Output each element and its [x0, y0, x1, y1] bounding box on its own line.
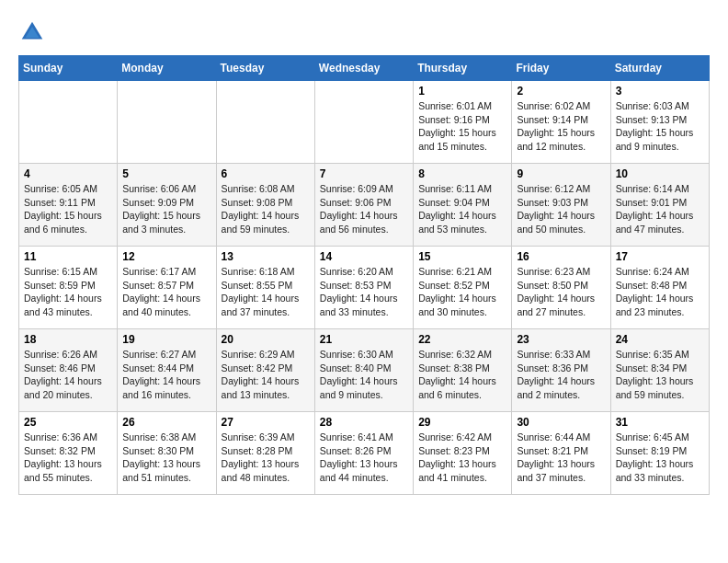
- calendar-cell: 4Sunrise: 6:05 AM Sunset: 9:11 PM Daylig…: [19, 164, 118, 247]
- day-info: Sunrise: 6:27 AM Sunset: 8:44 PM Dayligh…: [122, 348, 210, 402]
- day-number: 27: [222, 416, 310, 429]
- day-info: Sunrise: 6:42 AM Sunset: 8:23 PM Dayligh…: [418, 431, 506, 485]
- day-number: 17: [616, 250, 704, 263]
- day-number: 12: [122, 250, 210, 263]
- day-info: Sunrise: 6:11 AM Sunset: 9:04 PM Dayligh…: [418, 182, 506, 236]
- calendar-cell: 8Sunrise: 6:11 AM Sunset: 9:04 PM Daylig…: [414, 164, 512, 247]
- day-info: Sunrise: 6:09 AM Sunset: 9:06 PM Dayligh…: [320, 182, 408, 236]
- calendar-cell: 10Sunrise: 6:14 AM Sunset: 9:01 PM Dayli…: [610, 164, 709, 247]
- day-info: Sunrise: 6:15 AM Sunset: 8:59 PM Dayligh…: [24, 265, 112, 319]
- day-info: Sunrise: 6:05 AM Sunset: 9:11 PM Dayligh…: [24, 182, 112, 236]
- calendar-cell: 19Sunrise: 6:27 AM Sunset: 8:44 PM Dayli…: [118, 329, 216, 412]
- calendar-cell: 5Sunrise: 6:06 AM Sunset: 9:09 PM Daylig…: [118, 164, 216, 247]
- day-info: Sunrise: 6:03 AM Sunset: 9:13 PM Dayligh…: [616, 99, 704, 154]
- day-number: 19: [122, 333, 210, 346]
- day-info: Sunrise: 6:20 AM Sunset: 8:53 PM Dayligh…: [320, 265, 408, 319]
- calendar-cell: 2Sunrise: 6:02 AM Sunset: 9:14 PM Daylig…: [512, 81, 610, 164]
- calendar-week-row: 11Sunrise: 6:15 AM Sunset: 8:59 PM Dayli…: [19, 247, 710, 329]
- calendar-cell: [118, 81, 216, 164]
- day-number: 24: [616, 333, 704, 346]
- day-info: Sunrise: 6:14 AM Sunset: 9:01 PM Dayligh…: [616, 182, 704, 236]
- day-number: 5: [122, 167, 210, 180]
- day-number: 20: [222, 333, 310, 346]
- day-info: Sunrise: 6:35 AM Sunset: 8:34 PM Dayligh…: [616, 348, 704, 402]
- day-info: Sunrise: 6:17 AM Sunset: 8:57 PM Dayligh…: [122, 265, 210, 319]
- calendar-cell: 22Sunrise: 6:32 AM Sunset: 8:38 PM Dayli…: [414, 329, 512, 412]
- day-number: 16: [517, 250, 605, 263]
- weekday-header: Tuesday: [216, 56, 314, 81]
- day-info: Sunrise: 6:21 AM Sunset: 8:52 PM Dayligh…: [418, 265, 506, 319]
- weekday-header: Sunday: [19, 56, 118, 81]
- day-number: 15: [418, 250, 506, 263]
- page-header: [18, 18, 710, 46]
- calendar-cell: 26Sunrise: 6:38 AM Sunset: 8:30 PM Dayli…: [118, 412, 216, 495]
- day-info: Sunrise: 6:08 AM Sunset: 9:08 PM Dayligh…: [222, 182, 310, 236]
- logo-icon: [18, 18, 46, 46]
- day-info: Sunrise: 6:18 AM Sunset: 8:55 PM Dayligh…: [222, 265, 310, 319]
- day-info: Sunrise: 6:36 AM Sunset: 8:32 PM Dayligh…: [24, 431, 112, 485]
- calendar-cell: 20Sunrise: 6:29 AM Sunset: 8:42 PM Dayli…: [216, 329, 314, 412]
- day-info: Sunrise: 6:26 AM Sunset: 8:46 PM Dayligh…: [24, 348, 112, 402]
- calendar-cell: [314, 81, 413, 164]
- day-number: 31: [616, 416, 704, 429]
- calendar-cell: [216, 81, 314, 164]
- calendar-cell: 3Sunrise: 6:03 AM Sunset: 9:13 PM Daylig…: [610, 81, 709, 164]
- day-info: Sunrise: 6:06 AM Sunset: 9:09 PM Dayligh…: [122, 182, 210, 236]
- calendar-cell: 29Sunrise: 6:42 AM Sunset: 8:23 PM Dayli…: [414, 412, 512, 495]
- day-number: 3: [616, 85, 704, 98]
- calendar-cell: 12Sunrise: 6:17 AM Sunset: 8:57 PM Dayli…: [118, 247, 216, 329]
- day-info: Sunrise: 6:24 AM Sunset: 8:48 PM Dayligh…: [616, 265, 704, 319]
- day-number: 21: [320, 333, 408, 346]
- calendar-week-row: 18Sunrise: 6:26 AM Sunset: 8:46 PM Dayli…: [19, 329, 710, 412]
- calendar-cell: 31Sunrise: 6:45 AM Sunset: 8:19 PM Dayli…: [610, 412, 709, 495]
- calendar-cell: 11Sunrise: 6:15 AM Sunset: 8:59 PM Dayli…: [19, 247, 118, 329]
- day-number: 26: [122, 416, 210, 429]
- day-number: 13: [222, 250, 310, 263]
- day-number: 29: [418, 416, 506, 429]
- calendar-week-row: 1Sunrise: 6:01 AM Sunset: 9:16 PM Daylig…: [19, 81, 710, 164]
- calendar-cell: 6Sunrise: 6:08 AM Sunset: 9:08 PM Daylig…: [216, 164, 314, 247]
- calendar-cell: 25Sunrise: 6:36 AM Sunset: 8:32 PM Dayli…: [19, 412, 118, 495]
- day-info: Sunrise: 6:41 AM Sunset: 8:26 PM Dayligh…: [320, 431, 408, 485]
- day-number: 30: [517, 416, 605, 429]
- calendar-cell: 16Sunrise: 6:23 AM Sunset: 8:50 PM Dayli…: [512, 247, 610, 329]
- day-number: 18: [24, 333, 112, 346]
- weekday-header: Saturday: [610, 56, 709, 81]
- calendar-cell: 27Sunrise: 6:39 AM Sunset: 8:28 PM Dayli…: [216, 412, 314, 495]
- day-number: 25: [24, 416, 112, 429]
- calendar-week-row: 4Sunrise: 6:05 AM Sunset: 9:11 PM Daylig…: [19, 164, 710, 247]
- calendar-cell: 13Sunrise: 6:18 AM Sunset: 8:55 PM Dayli…: [216, 247, 314, 329]
- day-number: 14: [320, 250, 408, 263]
- weekday-header: Wednesday: [314, 56, 413, 81]
- calendar-cell: 9Sunrise: 6:12 AM Sunset: 9:03 PM Daylig…: [512, 164, 610, 247]
- calendar-cell: 21Sunrise: 6:30 AM Sunset: 8:40 PM Dayli…: [314, 329, 413, 412]
- calendar-cell: 23Sunrise: 6:33 AM Sunset: 8:36 PM Dayli…: [512, 329, 610, 412]
- day-number: 1: [418, 85, 506, 98]
- day-number: 2: [517, 85, 605, 98]
- day-info: Sunrise: 6:02 AM Sunset: 9:14 PM Dayligh…: [517, 99, 605, 154]
- day-info: Sunrise: 6:23 AM Sunset: 8:50 PM Dayligh…: [517, 265, 605, 319]
- day-number: 6: [222, 167, 310, 180]
- day-info: Sunrise: 6:29 AM Sunset: 8:42 PM Dayligh…: [222, 348, 310, 402]
- calendar-cell: 17Sunrise: 6:24 AM Sunset: 8:48 PM Dayli…: [610, 247, 709, 329]
- day-info: Sunrise: 6:01 AM Sunset: 9:16 PM Dayligh…: [418, 99, 506, 154]
- weekday-header-row: SundayMondayTuesdayWednesdayThursdayFrid…: [19, 56, 710, 81]
- calendar-table: SundayMondayTuesdayWednesdayThursdayFrid…: [18, 55, 710, 495]
- day-number: 10: [616, 167, 704, 180]
- day-number: 22: [418, 333, 506, 346]
- day-info: Sunrise: 6:30 AM Sunset: 8:40 PM Dayligh…: [320, 348, 408, 402]
- calendar-cell: 18Sunrise: 6:26 AM Sunset: 8:46 PM Dayli…: [19, 329, 118, 412]
- calendar-cell: 15Sunrise: 6:21 AM Sunset: 8:52 PM Dayli…: [414, 247, 512, 329]
- day-number: 7: [320, 167, 408, 180]
- weekday-header: Friday: [512, 56, 610, 81]
- weekday-header: Monday: [118, 56, 216, 81]
- day-info: Sunrise: 6:38 AM Sunset: 8:30 PM Dayligh…: [122, 431, 210, 485]
- day-number: 28: [320, 416, 408, 429]
- logo: [18, 18, 50, 46]
- calendar-cell: 14Sunrise: 6:20 AM Sunset: 8:53 PM Dayli…: [314, 247, 413, 329]
- day-number: 8: [418, 167, 506, 180]
- calendar-cell: 7Sunrise: 6:09 AM Sunset: 9:06 PM Daylig…: [314, 164, 413, 247]
- calendar-cell: 24Sunrise: 6:35 AM Sunset: 8:34 PM Dayli…: [610, 329, 709, 412]
- calendar-week-row: 25Sunrise: 6:36 AM Sunset: 8:32 PM Dayli…: [19, 412, 710, 495]
- day-info: Sunrise: 6:12 AM Sunset: 9:03 PM Dayligh…: [517, 182, 605, 236]
